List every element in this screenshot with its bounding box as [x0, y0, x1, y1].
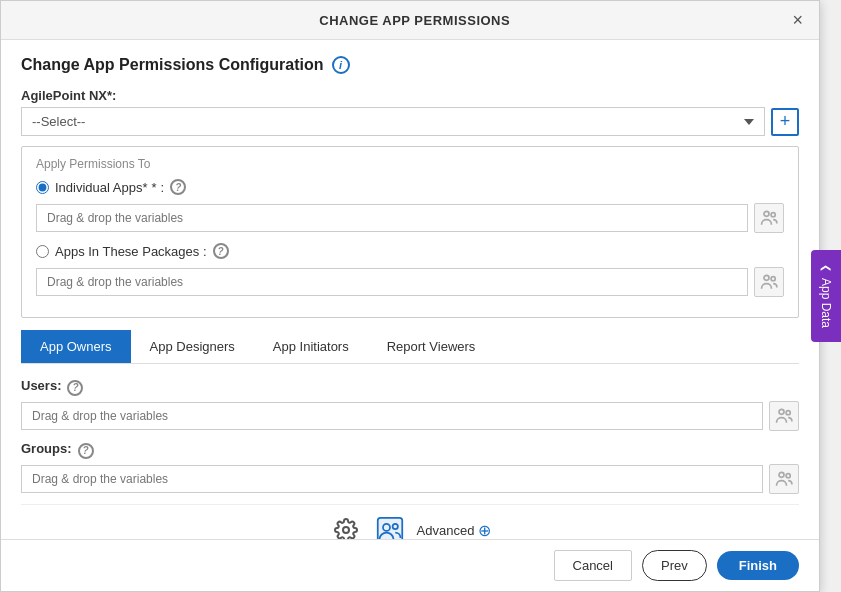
- side-tab-label: App Data: [819, 278, 833, 328]
- apps-packages-input-row: [36, 267, 784, 297]
- close-button[interactable]: ×: [792, 11, 803, 29]
- footer-icons-row: Advanced ⊕: [21, 504, 799, 539]
- tab-report-viewers[interactable]: Report Viewers: [368, 330, 495, 363]
- tab-app-initiators[interactable]: App Initiators: [254, 330, 368, 363]
- apps-packages-radio[interactable]: [36, 245, 49, 258]
- svg-point-5: [786, 411, 790, 415]
- people-icon-button[interactable]: [373, 513, 407, 539]
- apply-permissions-title: Apply Permissions To: [36, 157, 784, 171]
- apps-packages-input[interactable]: [36, 268, 748, 296]
- modal-header: CHANGE APP PERMISSIONS ×: [1, 1, 819, 40]
- advanced-button[interactable]: Advanced ⊕: [417, 521, 492, 540]
- side-tab-chevron-icon: ❮: [821, 264, 832, 272]
- svg-point-4: [779, 409, 784, 414]
- section-title-row: Change App Permissions Configuration i: [21, 56, 799, 74]
- cancel-button[interactable]: Cancel: [554, 550, 632, 581]
- individual-apps-input[interactable]: [36, 204, 748, 232]
- users-groups-section: Users: ?: [21, 378, 799, 494]
- users-help-icon[interactable]: ?: [67, 380, 83, 396]
- individual-apps-people-button[interactable]: [754, 203, 784, 233]
- tabs-row: App Owners App Designers App Initiators …: [21, 330, 799, 364]
- agilepoint-label: AgilePoint NX*:: [21, 88, 799, 103]
- agilepoint-field: AgilePoint NX*: --Select-- +: [21, 88, 799, 136]
- groups-people-button[interactable]: [769, 464, 799, 494]
- svg-point-6: [779, 472, 784, 477]
- apps-packages-label[interactable]: Apps In These Packages :: [55, 244, 207, 259]
- individual-apps-help-icon[interactable]: ?: [170, 179, 186, 195]
- svg-point-8: [343, 527, 349, 533]
- groups-input[interactable]: [21, 465, 763, 493]
- section-title-text: Change App Permissions Configuration: [21, 56, 324, 74]
- groups-input-row: [21, 464, 799, 494]
- advanced-plus-icon: ⊕: [478, 521, 491, 540]
- tab-app-owners[interactable]: App Owners: [21, 330, 131, 363]
- apps-packages-help-icon[interactable]: ?: [213, 243, 229, 259]
- individual-apps-label[interactable]: Individual Apps* * :: [55, 180, 164, 195]
- individual-apps-row: Individual Apps* * : ?: [36, 179, 784, 195]
- agilepoint-select-row: --Select-- +: [21, 107, 799, 136]
- agilepoint-add-button[interactable]: +: [771, 108, 799, 136]
- tab-app-designers[interactable]: App Designers: [131, 330, 254, 363]
- modal-footer: Cancel Prev Finish: [1, 539, 819, 591]
- individual-apps-input-row: [36, 203, 784, 233]
- groups-label: Groups:: [21, 441, 72, 456]
- svg-point-7: [786, 474, 790, 478]
- info-icon[interactable]: i: [332, 56, 350, 74]
- app-data-side-tab[interactable]: ❮ App Data: [811, 250, 841, 342]
- modal-title: CHANGE APP PERMISSIONS: [37, 13, 792, 28]
- svg-point-3: [771, 277, 775, 281]
- finish-button[interactable]: Finish: [717, 551, 799, 580]
- apps-packages-row: Apps In These Packages : ?: [36, 243, 784, 259]
- agilepoint-select[interactable]: --Select--: [21, 107, 765, 136]
- svg-point-0: [764, 211, 769, 216]
- users-label: Users:: [21, 378, 61, 393]
- svg-point-2: [764, 275, 769, 280]
- gear-icon-button[interactable]: [329, 513, 363, 539]
- apps-packages-people-button[interactable]: [754, 267, 784, 297]
- advanced-label: Advanced: [417, 523, 475, 538]
- groups-help-icon[interactable]: ?: [78, 443, 94, 459]
- users-field: Users: ?: [21, 378, 799, 431]
- users-input[interactable]: [21, 402, 763, 430]
- groups-field: Groups: ?: [21, 441, 799, 494]
- individual-apps-radio[interactable]: [36, 181, 49, 194]
- modal-body: Change App Permissions Configuration i A…: [1, 40, 819, 539]
- prev-button[interactable]: Prev: [642, 550, 707, 581]
- svg-point-1: [771, 213, 775, 217]
- apply-permissions-box: Apply Permissions To Individual Apps* * …: [21, 146, 799, 318]
- users-input-row: [21, 401, 799, 431]
- users-people-button[interactable]: [769, 401, 799, 431]
